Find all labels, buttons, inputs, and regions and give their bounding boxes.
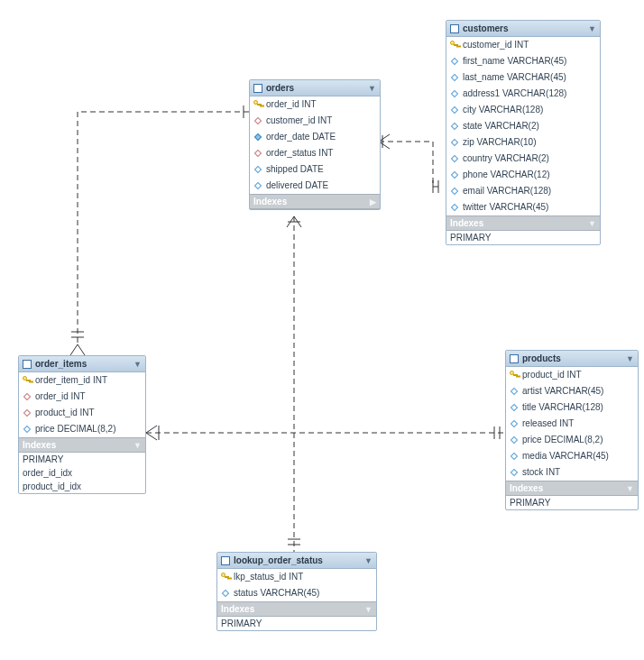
col-icon — [510, 435, 519, 445]
svg-line-10 — [146, 426, 157, 433]
pk-icon — [253, 100, 262, 109]
column-row[interactable]: email VARCHAR(128) — [446, 183, 600, 199]
column-row[interactable]: city VARCHAR(128) — [446, 102, 600, 118]
column-row[interactable]: order_id INT — [19, 389, 145, 405]
column-row[interactable]: price DECIMAL(8,2) — [506, 432, 638, 448]
column-row[interactable]: address1 VARCHAR(128) — [446, 86, 600, 102]
column-row[interactable]: first_name VARCHAR(45) — [446, 53, 600, 69]
index-row[interactable]: product_id_idx — [19, 480, 145, 493]
indexes-header[interactable]: Indexes ▶ — [250, 194, 380, 209]
svg-line-19 — [287, 216, 294, 227]
column-row[interactable]: order_status INT — [250, 145, 380, 161]
col-icon — [510, 452, 519, 461]
table-customers[interactable]: customers ▼ customer_id INT first_name V… — [446, 20, 601, 245]
collapse-icon[interactable]: ▼ — [364, 556, 373, 565]
svg-line-11 — [146, 433, 157, 440]
index-row[interactable]: PRIMARY — [217, 617, 376, 630]
table-header[interactable]: products ▼ — [506, 351, 638, 367]
column-row[interactable]: product_id INT — [506, 367, 638, 383]
column-row[interactable]: status VARCHAR(45) — [217, 585, 376, 601]
column-row[interactable]: delivered DATE — [250, 178, 380, 194]
collapse-icon[interactable]: ▼ — [626, 354, 634, 363]
svg-line-16 — [78, 344, 85, 355]
table-title: products — [522, 353, 622, 363]
collapse-icon[interactable]: ▼ — [588, 24, 596, 33]
collapse-icon[interactable]: ▼ — [133, 360, 142, 369]
column-row[interactable]: title VARCHAR(128) — [506, 399, 638, 416]
column-row[interactable]: artist VARCHAR(45) — [506, 383, 638, 399]
collapse-icon[interactable]: ▼ — [368, 84, 376, 93]
indexes-header[interactable]: Indexes ▼ — [19, 437, 145, 453]
col-icon — [510, 468, 519, 477]
indexes-header[interactable]: Indexes ▼ — [217, 601, 376, 617]
column-row[interactable]: stock INT — [506, 464, 638, 481]
table-icon — [23, 360, 32, 369]
table-orders[interactable]: orders ▼ order_id INT customer_id INT or… — [249, 79, 381, 210]
col-icon — [450, 203, 459, 212]
table-title: customers — [463, 23, 584, 33]
column-row[interactable]: released INT — [506, 416, 638, 432]
col-icon — [450, 170, 459, 179]
table-icon — [450, 24, 459, 33]
collapse-icon: ▼ — [133, 441, 142, 450]
column-row[interactable]: order_id INT — [250, 96, 380, 113]
column-list: customer_id INT first_name VARCHAR(45) l… — [446, 37, 600, 215]
table-products[interactable]: products ▼ product_id INT artist VARCHAR… — [505, 350, 639, 510]
col-icon — [253, 181, 262, 190]
table-title: order_items — [35, 359, 130, 369]
col-icon — [450, 89, 459, 98]
column-row[interactable]: phone VARCHAR(12) — [446, 167, 600, 183]
index-row[interactable]: order_id_idx — [19, 466, 145, 480]
pk-icon — [221, 573, 230, 582]
column-row[interactable]: order_item_id INT — [19, 372, 145, 389]
column-row[interactable]: last_name VARCHAR(45) — [446, 69, 600, 86]
fk-icon — [253, 149, 262, 158]
table-order-items[interactable]: order_items ▼ order_item_id INT order_id… — [18, 355, 146, 494]
indexes-header[interactable]: Indexes ▼ — [506, 481, 638, 496]
col-icon — [253, 133, 262, 142]
index-row[interactable]: PRIMARY — [506, 496, 638, 509]
table-header[interactable]: order_items ▼ — [19, 356, 145, 372]
column-row[interactable]: zip VARCHAR(10) — [446, 134, 600, 151]
index-row[interactable]: PRIMARY — [446, 231, 600, 244]
table-header[interactable]: orders ▼ — [250, 80, 380, 96]
col-icon — [221, 589, 230, 598]
column-row[interactable]: order_date DATE — [250, 129, 380, 145]
col-icon — [510, 403, 519, 412]
collapse-icon: ▼ — [364, 605, 373, 614]
table-lookup-order-status[interactable]: lookup_order_status ▼ lkp_status_id INT … — [216, 552, 377, 631]
table-icon — [253, 84, 262, 93]
column-row[interactable]: state VARCHAR(2) — [446, 118, 600, 134]
col-icon — [450, 57, 459, 66]
col-icon — [450, 73, 459, 82]
table-title: lookup_order_status — [234, 555, 361, 565]
fk-icon — [23, 392, 32, 401]
expand-icon: ▶ — [370, 197, 376, 206]
col-icon — [510, 387, 519, 396]
indexes-header[interactable]: Indexes ▼ — [446, 215, 600, 231]
col-icon — [450, 138, 459, 147]
column-row[interactable]: media VARCHAR(45) — [506, 448, 638, 464]
column-row[interactable]: twitter VARCHAR(45) — [446, 199, 600, 215]
pk-icon — [23, 376, 32, 385]
collapse-icon: ▼ — [588, 219, 596, 228]
column-row[interactable]: customer_id INT — [446, 37, 600, 53]
column-row[interactable]: country VARCHAR(2) — [446, 151, 600, 167]
column-row[interactable]: lkp_status_id INT — [217, 569, 376, 585]
table-icon — [510, 354, 519, 363]
column-row[interactable]: product_id INT — [19, 405, 145, 421]
column-list: lkp_status_id INT status VARCHAR(45) — [217, 569, 376, 601]
index-row[interactable]: PRIMARY — [19, 453, 145, 466]
column-list: order_id INT customer_id INT order_date … — [250, 96, 380, 194]
table-header[interactable]: lookup_order_status ▼ — [217, 553, 376, 569]
table-title: orders — [266, 83, 364, 93]
col-icon — [450, 187, 459, 196]
column-row[interactable]: price DECIMAL(8,2) — [19, 421, 145, 437]
column-list: order_item_id INT order_id INT product_i… — [19, 372, 145, 437]
column-list: product_id INT artist VARCHAR(45) title … — [506, 367, 638, 481]
table-icon — [221, 556, 230, 565]
column-row[interactable]: shipped DATE — [250, 161, 380, 178]
column-row[interactable]: customer_id INT — [250, 113, 380, 129]
table-header[interactable]: customers ▼ — [446, 21, 600, 37]
col-icon — [450, 154, 459, 163]
